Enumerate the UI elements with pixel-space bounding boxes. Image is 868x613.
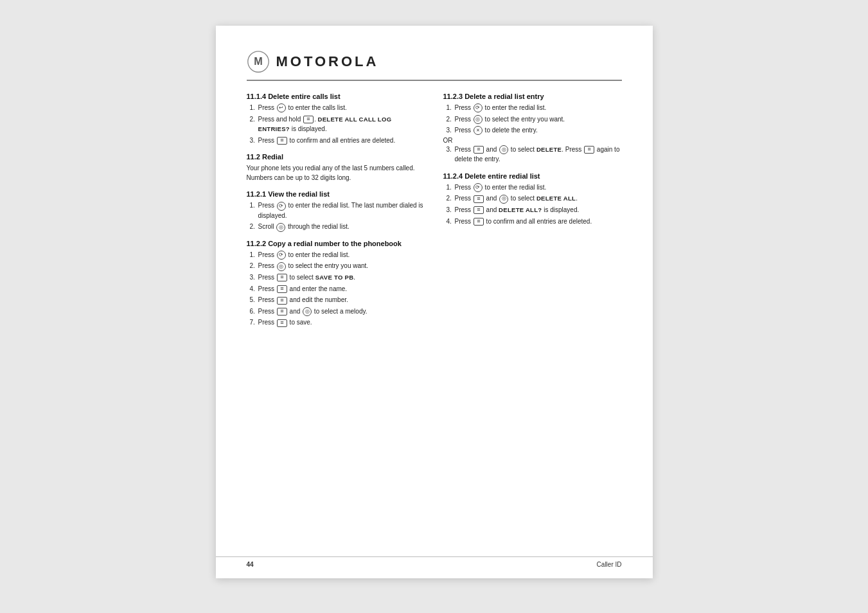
list-item: Press and ◎ to select DELETE. Press agai… xyxy=(454,145,622,164)
list-item: Press to confirm and all entries are del… xyxy=(257,136,425,146)
scroll-icon: ◎ xyxy=(474,115,483,124)
page-number: 44 xyxy=(247,561,254,568)
list-item: Press ◎ to select the entry you want. xyxy=(454,114,622,125)
menu-icon xyxy=(584,146,594,154)
list-item: Press and edit the number. xyxy=(257,295,425,305)
list-item: Press ◎ to select the entry you want. xyxy=(257,261,425,271)
section-1121-title: 11.2.1 View the redial list xyxy=(247,190,425,198)
document-page: M MOTOROLA 11.1.4 Delete entire calls li… xyxy=(216,26,653,578)
redial-icon: ⟳ xyxy=(277,202,286,211)
list-item: Press to select SAVE TO PB. xyxy=(257,272,425,283)
motorola-logo-icon: M xyxy=(247,50,270,73)
menu-icon xyxy=(277,297,287,305)
redial-icon: ⟳ xyxy=(474,103,483,112)
call-icon: ↩ xyxy=(277,103,286,112)
left-column: 11.1.4 Delete entire calls list Press ↩ … xyxy=(247,93,425,329)
list-item: Press ⟳ to enter the redial list. xyxy=(257,250,425,260)
list-item: Press ⟳ to enter the redial list. The la… xyxy=(257,200,425,220)
list-item: Press ⟳ to enter the redial list. xyxy=(454,182,622,193)
section-1124-title: 11.2.4 Delete entire redial list xyxy=(443,172,622,180)
brand-name: MOTOROLA xyxy=(276,53,379,70)
section-1124-list: Press ⟳ to enter the redial list. Press … xyxy=(454,182,622,226)
or-label: OR xyxy=(443,137,622,144)
list-item: Press to confirm and all entries are del… xyxy=(454,217,622,227)
menu-icon xyxy=(303,116,314,123)
redial-icon: ⟳ xyxy=(277,251,286,260)
section-1122-title: 11.2.2 Copy a redial number to the phone… xyxy=(247,240,425,247)
right-column: 11.2.3 Delete a redial list entry Press … xyxy=(443,93,622,329)
scroll-icon: ◎ xyxy=(276,223,285,232)
menu-icon xyxy=(277,285,287,293)
list-item: Press and ◎ to select DELETE ALL. xyxy=(454,193,622,204)
list-item: Press and DELETE ALL? is displayed. xyxy=(454,205,622,215)
menu-icon xyxy=(474,195,484,203)
content-area: 11.1.4 Delete entire calls list Press ↩ … xyxy=(247,93,622,329)
section-1114-title: 11.1.4 Delete entire calls list xyxy=(247,93,425,100)
menu-icon xyxy=(277,308,287,315)
scroll-icon: ◎ xyxy=(277,262,286,271)
menu-icon xyxy=(474,206,484,214)
scroll-icon: ◎ xyxy=(303,307,312,316)
list-item: Scroll ◎ through the redial list. xyxy=(257,222,425,232)
footer-section-label: Caller ID xyxy=(597,561,622,568)
section-112-title: 11.2 Redial xyxy=(247,153,425,161)
list-item: Press and hold . DELETE ALL CALL LOG ENT… xyxy=(257,114,425,134)
page-header: M MOTOROLA xyxy=(247,50,622,81)
menu-icon xyxy=(277,319,287,327)
svg-text:M: M xyxy=(254,55,262,67)
section-1121-list: Press ⟳ to enter the redial list. The la… xyxy=(257,200,425,232)
section-1122-list: Press ⟳ to enter the redial list. Press … xyxy=(257,250,425,328)
list-item: Press ↩ to enter the calls list. xyxy=(257,103,425,113)
menu-icon xyxy=(474,146,484,154)
delete-icon: ✕ xyxy=(474,126,483,135)
section-112-intro: Your phone lets you redial any of the la… xyxy=(247,163,425,182)
menu-icon xyxy=(277,137,287,145)
scroll-icon: ◎ xyxy=(499,195,508,204)
redial-icon: ⟳ xyxy=(474,183,483,192)
scroll-icon: ◎ xyxy=(499,145,508,154)
list-item: Press and ◎ to select a melody. xyxy=(257,306,425,317)
list-item: Press to save. xyxy=(257,317,425,328)
section-1123-title: 11.2.3 Delete a redial list entry xyxy=(443,93,622,100)
menu-icon xyxy=(277,274,287,281)
section-1114-list: Press ↩ to enter the calls list. Press a… xyxy=(257,103,425,145)
list-item: Press ⟳ to enter the redial list. xyxy=(454,103,622,113)
list-item: Press and enter the name. xyxy=(257,284,425,294)
list-item: Press ✕ to delete the entry. xyxy=(454,125,622,136)
menu-icon xyxy=(474,218,484,226)
page-footer: 44 Caller ID xyxy=(216,556,653,568)
section-1123-list-alt: Press and ◎ to select DELETE. Press agai… xyxy=(454,145,622,164)
section-1123-list: Press ⟳ to enter the redial list. Press … xyxy=(454,103,622,136)
